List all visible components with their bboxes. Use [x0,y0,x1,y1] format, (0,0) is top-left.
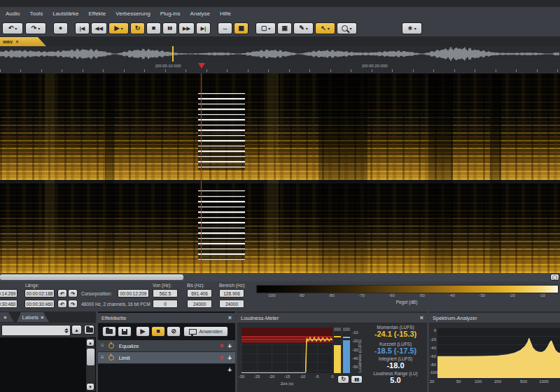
spectral-selection-right[interactable] [198,190,245,260]
zoom-tool-button[interactable]: ▾ [337,22,357,34]
selection-redo-button-2[interactable]: ↷ [68,300,78,308]
loop-button[interactable]: ↻ [130,22,145,34]
labels-combobox[interactable] [1,325,71,336]
menu-audio[interactable]: Audio [6,10,20,17]
loudness-pause-button[interactable]: ▮▮ [351,375,363,384]
record-button[interactable]: ● [53,22,68,34]
von-bottom-field[interactable]: 0 [153,300,178,308]
spectrogram-area[interactable] [0,74,560,273]
spectral-selection-left[interactable] [198,93,245,170]
selection-end-field[interactable]: 00:00:14:269 [0,289,18,298]
close-icon[interactable]: × [15,38,18,45]
apply-button[interactable]: Anwenden [183,326,228,337]
time-ruler[interactable]: |00:00:10:000 |00:00:20:000 [0,62,560,74]
open-folder-button[interactable] [84,325,94,335]
scroll-up-button[interactable]: ▲ [86,339,94,346]
file-tab-partial[interactable]: × [0,312,14,322]
power-icon[interactable] [108,343,114,349]
effect-row-empty[interactable]: + [98,364,235,375]
menu-tools[interactable]: Tools [29,10,43,17]
close-icon[interactable]: × [420,314,424,321]
chain-cancel-button[interactable]: ⊘ [167,326,181,337]
chain-stop-button[interactable]: ■ [151,326,165,337]
labels-list[interactable]: ▲ ▼ [0,337,96,392]
spectrogram-bright-column [267,74,279,273]
menu-analyse[interactable]: Analyse [190,10,210,17]
bis-bottom-field[interactable]: 24000 [187,300,212,308]
remove-effect-icon[interactable]: × [220,342,223,349]
von-top-field[interactable]: 562.5 [153,289,178,298]
fit-horizontal-button[interactable]: ↔ [218,22,232,34]
effektkette-titlebar[interactable]: Effektkette × [98,313,235,323]
effect-row-equalize[interactable]: ≡ Equalize × + [98,340,235,352]
power-icon[interactable] [108,355,114,360]
selection-undo-button[interactable]: ↶ [57,289,67,298]
cursor-position-field[interactable]: 00:00:12:209 [118,289,149,298]
menu-hilfe[interactable]: Hilfe [220,10,231,17]
selection-redo-button[interactable]: ↷ [68,289,78,298]
bis-top-field[interactable]: 691.406 [187,289,212,298]
import-label-button[interactable]: ▲ [71,325,82,335]
menu-plugins[interactable]: Plug-ins [160,10,181,17]
close-icon[interactable]: × [41,314,44,321]
skip-start-button[interactable]: |◀ [75,22,90,34]
bereich-bottom-field[interactable]: 24000 [219,300,244,308]
rewind-button[interactable]: ◀◀ [91,22,107,34]
save-icon [122,329,127,335]
skip-end-button[interactable]: ▶| [196,22,211,34]
scrollbar-options-button[interactable] [550,274,559,281]
remove-effect-icon[interactable]: × [220,354,223,361]
selection-undo-button-2[interactable]: ↶ [57,300,67,308]
play-button[interactable]: ▶▾ [108,22,129,34]
spectrogram-dark-column [490,74,501,273]
menu-lautstaerke[interactable]: Lautstärke [52,10,78,17]
spinner-icon[interactable] [64,328,69,333]
pen-tool-button[interactable]: ✎▾ [293,22,314,34]
laenge-top-field[interactable]: 00:00:02:188 [24,289,55,298]
menu-effekte[interactable]: Effekte [89,10,106,17]
chevron-down-icon: ▾ [38,26,40,31]
spectrogram-channel-left[interactable] [0,74,560,180]
scroll-down-button[interactable]: ▼ [86,383,94,391]
vscroll-thumb[interactable] [87,349,94,365]
chain-open-button[interactable] [102,326,116,337]
add-effect-icon[interactable]: + [227,342,232,350]
gear-icon [552,275,557,280]
add-effect-icon[interactable]: + [227,354,232,362]
forward-button[interactable]: ▶▶ [178,22,195,34]
record-icon: ● [59,25,62,31]
stop-button[interactable]: ■ [146,22,161,34]
redo-button[interactable]: ↷▾ [25,22,46,34]
picker-tool-button[interactable]: ↖▾ [315,22,335,34]
add-effect-icon[interactable]: + [227,366,232,374]
chain-play-button[interactable]: ▶ [136,326,150,337]
close-icon[interactable]: × [4,314,7,321]
menu-verbesserung[interactable]: Verbesserung [115,10,150,17]
select-tool-button[interactable]: ▢▾ [255,22,276,34]
drag-handle-icon[interactable]: ≡ [101,343,104,349]
undo-button[interactable]: ↶▾ [2,22,23,34]
horizontal-scrollbar[interactable] [0,273,560,281]
wand-tool-button[interactable]: ∗▾ [402,22,422,34]
tab-labels[interactable]: Labels × [17,312,49,322]
spectrogram-channel-right[interactable] [0,183,560,273]
chain-save-button[interactable] [118,326,132,337]
waveform-overview[interactable] [0,46,560,62]
loudness-titlebar[interactable]: Loudness-Meter × [237,313,427,323]
selection-total-field[interactable]: 00:00:30:460 [0,300,18,308]
loudness-reset-button[interactable]: ↻ [337,375,349,384]
spektrum-titlebar[interactable]: Spektrum-Analyzer [429,313,560,323]
labels-vscrollbar[interactable]: ▲ ▼ [86,338,95,391]
effect-row-limit[interactable]: ≡ Limit × + [98,352,235,364]
drag-handle-icon[interactable]: ≡ [101,355,104,360]
playhead-marker[interactable] [198,63,205,69]
laenge-bottom-field[interactable]: 00:00:30:460 [24,300,55,308]
momentary-peak [334,336,341,337]
spectrogram-view-button[interactable]: ▦ [234,22,248,34]
bereich-top-field[interactable]: 128.906 [219,289,244,298]
marquee-tool-button[interactable]: ▣ [277,22,292,34]
scrollbar-thumb[interactable] [0,274,183,280]
close-icon[interactable]: × [228,314,232,321]
pause-button[interactable]: ▮▮ [162,22,177,34]
folder-icon [86,328,93,332]
